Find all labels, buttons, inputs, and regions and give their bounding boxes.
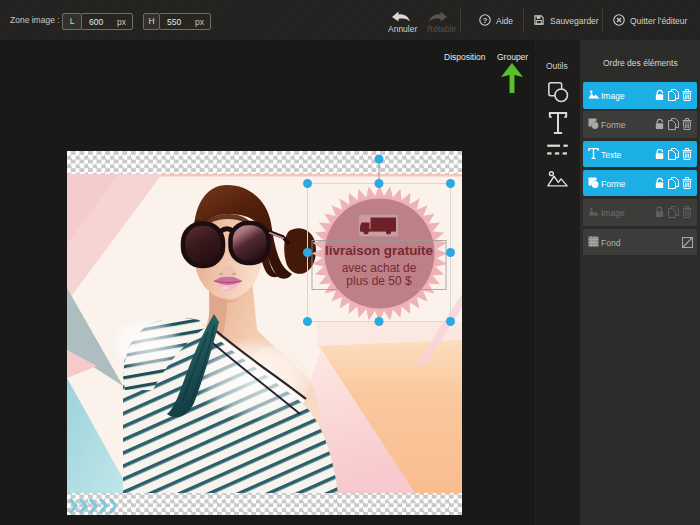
svg-text:?: ? <box>483 16 488 25</box>
